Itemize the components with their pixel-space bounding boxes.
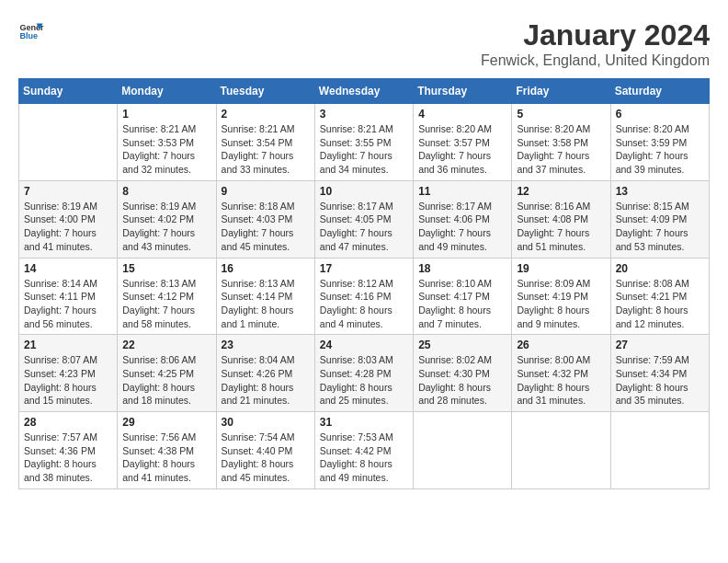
day-info: Sunrise: 8:21 AM Sunset: 3:55 PM Dayligh… (320, 122, 408, 177)
day-number: 31 (320, 416, 408, 429)
calendar-cell: 8Sunrise: 8:19 AM Sunset: 4:02 PM Daylig… (118, 180, 216, 258)
calendar-cell: 5Sunrise: 8:20 AM Sunset: 3:58 PM Daylig… (512, 104, 610, 181)
calendar-cell: 22Sunrise: 8:06 AM Sunset: 4:25 PM Dayli… (118, 335, 216, 412)
day-info: Sunrise: 8:19 AM Sunset: 4:02 PM Dayligh… (122, 200, 210, 254)
day-info: Sunrise: 8:07 AM Sunset: 4:23 PM Dayligh… (24, 353, 112, 408)
calendar-title: January 2024 (481, 18, 710, 52)
weekday-header-thursday: Thursday (414, 79, 512, 104)
header: General Blue January 2024 Fenwick, Engla… (18, 18, 710, 69)
day-number: 7 (24, 185, 112, 198)
day-info: Sunrise: 8:20 AM Sunset: 3:57 PM Dayligh… (418, 122, 506, 177)
day-number: 24 (320, 339, 408, 351)
day-info: Sunrise: 8:20 AM Sunset: 3:58 PM Dayligh… (517, 122, 605, 177)
calendar-cell: 29Sunrise: 7:56 AM Sunset: 4:38 PM Dayli… (118, 412, 216, 489)
calendar-cell: 21Sunrise: 8:07 AM Sunset: 4:23 PM Dayli… (19, 335, 118, 412)
day-number: 4 (418, 108, 506, 121)
day-info: Sunrise: 8:12 AM Sunset: 4:16 PM Dayligh… (320, 277, 408, 331)
calendar-cell: 2Sunrise: 8:21 AM Sunset: 3:54 PM Daylig… (216, 104, 314, 181)
calendar-cell: 30Sunrise: 7:54 AM Sunset: 4:40 PM Dayli… (216, 412, 314, 489)
day-number: 13 (616, 185, 704, 198)
day-info: Sunrise: 8:18 AM Sunset: 4:03 PM Dayligh… (222, 200, 310, 254)
day-number: 6 (616, 108, 704, 121)
day-number: 18 (418, 262, 506, 275)
day-info: Sunrise: 8:09 AM Sunset: 4:19 PM Dayligh… (517, 277, 605, 331)
day-info: Sunrise: 8:15 AM Sunset: 4:09 PM Dayligh… (616, 200, 704, 254)
calendar-cell: 16Sunrise: 8:13 AM Sunset: 4:14 PM Dayli… (216, 258, 314, 335)
day-number: 28 (24, 416, 112, 429)
week-row-3: 14Sunrise: 8:14 AM Sunset: 4:11 PM Dayli… (19, 258, 710, 335)
weekday-header-row: SundayMondayTuesdayWednesdayThursdayFrid… (19, 79, 710, 104)
day-info: Sunrise: 8:13 AM Sunset: 4:12 PM Dayligh… (122, 277, 210, 331)
calendar-cell: 4Sunrise: 8:20 AM Sunset: 3:57 PM Daylig… (414, 104, 512, 181)
calendar-subtitle: Fenwick, England, United Kingdom (481, 52, 710, 69)
weekday-header-monday: Monday (118, 79, 216, 104)
day-number: 27 (616, 339, 704, 351)
day-info: Sunrise: 7:56 AM Sunset: 4:38 PM Dayligh… (122, 431, 210, 485)
calendar-cell: 6Sunrise: 8:20 AM Sunset: 3:59 PM Daylig… (610, 104, 709, 181)
day-info: Sunrise: 8:08 AM Sunset: 4:21 PM Dayligh… (616, 277, 704, 331)
calendar-cell: 14Sunrise: 8:14 AM Sunset: 4:11 PM Dayli… (19, 258, 118, 335)
day-number: 15 (122, 262, 210, 275)
day-number: 22 (122, 339, 210, 351)
day-number: 5 (517, 108, 605, 121)
calendar-cell: 20Sunrise: 8:08 AM Sunset: 4:21 PM Dayli… (610, 258, 709, 335)
calendar-cell: 7Sunrise: 8:19 AM Sunset: 4:00 PM Daylig… (19, 180, 118, 258)
week-row-1: 1Sunrise: 8:21 AM Sunset: 3:53 PM Daylig… (19, 104, 710, 181)
day-number: 2 (222, 108, 310, 121)
calendar-cell: 24Sunrise: 8:03 AM Sunset: 4:28 PM Dayli… (314, 335, 413, 412)
day-number: 21 (24, 339, 112, 351)
calendar-cell: 1Sunrise: 8:21 AM Sunset: 3:53 PM Daylig… (118, 104, 216, 181)
day-info: Sunrise: 8:14 AM Sunset: 4:11 PM Dayligh… (24, 277, 112, 331)
day-info: Sunrise: 8:21 AM Sunset: 3:53 PM Dayligh… (122, 122, 210, 177)
calendar-cell: 3Sunrise: 8:21 AM Sunset: 3:55 PM Daylig… (314, 104, 413, 181)
calendar-cell: 10Sunrise: 8:17 AM Sunset: 4:05 PM Dayli… (314, 180, 413, 258)
day-info: Sunrise: 7:59 AM Sunset: 4:34 PM Dayligh… (616, 353, 704, 408)
calendar-cell: 31Sunrise: 7:53 AM Sunset: 4:42 PM Dayli… (314, 412, 413, 489)
calendar-cell (512, 412, 610, 489)
day-number: 3 (320, 108, 408, 121)
day-info: Sunrise: 8:17 AM Sunset: 4:06 PM Dayligh… (418, 200, 506, 254)
day-info: Sunrise: 8:21 AM Sunset: 3:54 PM Dayligh… (222, 122, 310, 177)
calendar-cell: 19Sunrise: 8:09 AM Sunset: 4:19 PM Dayli… (512, 258, 610, 335)
logo: General Blue (18, 18, 44, 44)
day-number: 1 (122, 108, 210, 121)
calendar-cell: 12Sunrise: 8:16 AM Sunset: 4:08 PM Dayli… (512, 180, 610, 258)
weekday-header-friday: Friday (512, 79, 610, 104)
day-info: Sunrise: 8:20 AM Sunset: 3:59 PM Dayligh… (616, 122, 704, 177)
day-number: 12 (517, 185, 605, 198)
day-info: Sunrise: 8:02 AM Sunset: 4:30 PM Dayligh… (418, 353, 506, 408)
day-info: Sunrise: 7:57 AM Sunset: 4:36 PM Dayligh… (24, 431, 112, 485)
week-row-5: 28Sunrise: 7:57 AM Sunset: 4:36 PM Dayli… (19, 412, 710, 489)
logo-icon: General Blue (18, 18, 44, 44)
calendar-cell: 15Sunrise: 8:13 AM Sunset: 4:12 PM Dayli… (118, 258, 216, 335)
day-info: Sunrise: 8:17 AM Sunset: 4:05 PM Dayligh… (320, 200, 408, 254)
calendar-cell: 28Sunrise: 7:57 AM Sunset: 4:36 PM Dayli… (19, 412, 118, 489)
day-number: 25 (418, 339, 506, 351)
day-number: 20 (616, 262, 704, 275)
day-number: 26 (517, 339, 605, 351)
calendar-cell: 23Sunrise: 8:04 AM Sunset: 4:26 PM Dayli… (216, 335, 314, 412)
calendar-cell (414, 412, 512, 489)
day-number: 17 (320, 262, 408, 275)
calendar-cell (19, 104, 118, 181)
day-number: 29 (122, 416, 210, 429)
day-info: Sunrise: 8:13 AM Sunset: 4:14 PM Dayligh… (222, 277, 310, 331)
calendar-cell: 26Sunrise: 8:00 AM Sunset: 4:32 PM Dayli… (512, 335, 610, 412)
day-info: Sunrise: 7:54 AM Sunset: 4:40 PM Dayligh… (222, 431, 310, 485)
calendar-cell: 17Sunrise: 8:12 AM Sunset: 4:16 PM Dayli… (314, 258, 413, 335)
weekday-header-sunday: Sunday (19, 79, 118, 104)
day-number: 8 (122, 185, 210, 198)
title-area: January 2024 Fenwick, England, United Ki… (481, 18, 710, 69)
day-number: 19 (517, 262, 605, 275)
week-row-2: 7Sunrise: 8:19 AM Sunset: 4:00 PM Daylig… (19, 180, 710, 258)
calendar-cell (610, 412, 709, 489)
day-info: Sunrise: 8:00 AM Sunset: 4:32 PM Dayligh… (517, 353, 605, 408)
weekday-header-tuesday: Tuesday (216, 79, 314, 104)
day-info: Sunrise: 8:19 AM Sunset: 4:00 PM Dayligh… (24, 200, 112, 254)
svg-text:Blue: Blue (19, 31, 38, 40)
day-info: Sunrise: 8:10 AM Sunset: 4:17 PM Dayligh… (418, 277, 506, 331)
day-info: Sunrise: 8:16 AM Sunset: 4:08 PM Dayligh… (517, 200, 605, 254)
week-row-4: 21Sunrise: 8:07 AM Sunset: 4:23 PM Dayli… (19, 335, 710, 412)
day-number: 10 (320, 185, 408, 198)
calendar-cell: 18Sunrise: 8:10 AM Sunset: 4:17 PM Dayli… (414, 258, 512, 335)
